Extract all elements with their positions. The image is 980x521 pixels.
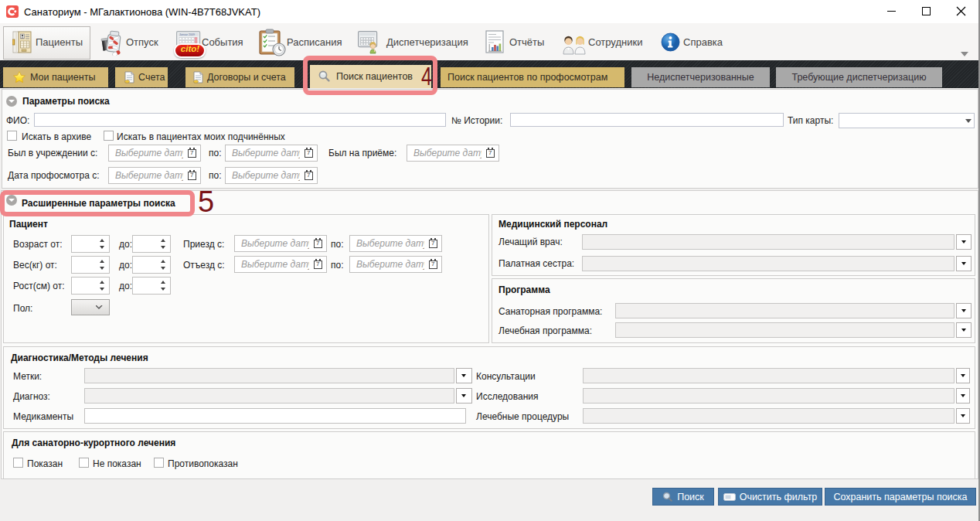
svg-text:Januar 2009: Januar 2009 [179, 33, 195, 36]
